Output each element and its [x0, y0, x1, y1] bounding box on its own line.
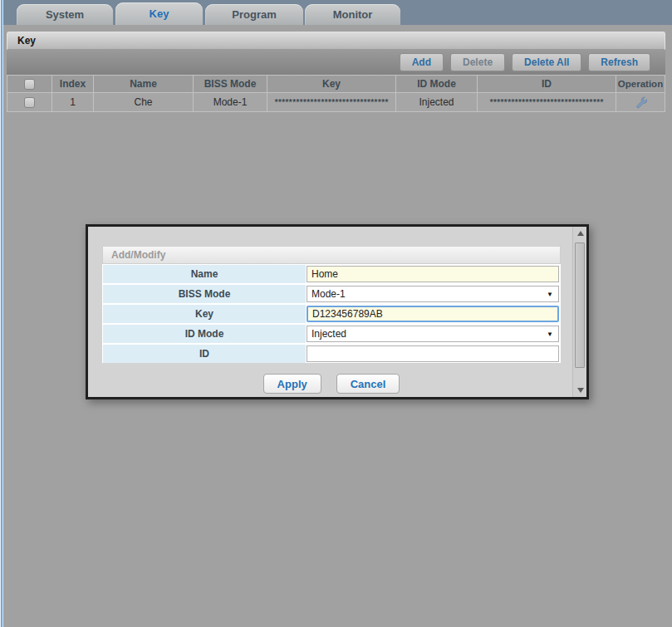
scroll-up-icon[interactable]: [573, 227, 587, 240]
dialog-form: Name BISS Mode Mode-1 ▼ Key: [102, 264, 561, 363]
row-name: Che: [94, 93, 194, 111]
header-operation: Operation: [616, 76, 665, 92]
form-row-id: ID: [103, 345, 560, 363]
id-mode-selected-value: Injected: [311, 328, 346, 340]
header-select-all-cell: [7, 76, 52, 92]
form-row-name: Name: [103, 265, 560, 283]
refresh-button[interactable]: Refresh: [588, 53, 650, 71]
header-id-mode: ID Mode: [396, 76, 478, 92]
key-table: Index Name BISS Mode Key ID Mode ID Oper…: [7, 75, 665, 112]
tab-system[interactable]: System: [17, 4, 113, 25]
header-biss-mode: BISS Mode: [194, 76, 267, 92]
biss-mode-selected-value: Mode-1: [311, 288, 346, 300]
form-row-biss-mode: BISS Mode Mode-1 ▼: [103, 285, 560, 303]
table-row: 1 Che Mode-1 ***************************…: [7, 93, 665, 111]
wrench-icon[interactable]: [634, 96, 647, 109]
tab-program[interactable]: Program: [205, 4, 303, 25]
row-id-mode: Injected: [396, 93, 478, 111]
toolbar: Add Delete Delete All Refresh: [7, 50, 665, 75]
row-index: 1: [52, 93, 94, 111]
scroll-down-icon[interactable]: [573, 384, 587, 397]
id-input[interactable]: [307, 345, 559, 362]
id-mode-label: ID Mode: [103, 325, 306, 343]
apply-button[interactable]: Apply: [263, 374, 321, 394]
row-biss-mode: Mode-1: [194, 93, 267, 111]
chevron-down-icon: ▼: [547, 331, 553, 338]
biss-mode-label: BISS Mode: [103, 285, 306, 303]
row-checkbox[interactable]: [24, 97, 35, 108]
row-id-masked: ********************************: [478, 93, 616, 111]
row-select-cell: [7, 93, 52, 111]
dialog-scrollbar[interactable]: [572, 227, 586, 397]
tab-bar: System Key Program Monitor: [0, 0, 672, 25]
dialog-button-row: Apply Cancel: [102, 374, 561, 394]
form-row-key: Key: [103, 305, 560, 323]
row-key-masked: ********************************: [267, 93, 396, 111]
header-index: Index: [52, 76, 94, 92]
name-label: Name: [103, 265, 306, 283]
key-input[interactable]: [307, 306, 559, 322]
tab-key[interactable]: Key: [115, 2, 203, 25]
header-key: Key: [267, 76, 396, 92]
row-operation-cell: [616, 93, 665, 111]
id-label: ID: [103, 345, 306, 363]
dialog-title: Add/Modify: [102, 246, 561, 264]
select-all-checkbox[interactable]: [24, 79, 35, 90]
header-name: Name: [94, 76, 194, 92]
cancel-button[interactable]: Cancel: [336, 374, 400, 394]
scrollbar-thumb[interactable]: [575, 242, 585, 368]
page-left-border: [0, 0, 3, 627]
add-modify-dialog: Add/Modify Name BISS Mode Mode-1 ▼ Key: [86, 224, 589, 399]
add-button[interactable]: Add: [400, 53, 444, 71]
delete-button[interactable]: Delete: [450, 53, 505, 71]
table-header-row: Index Name BISS Mode Key ID Mode ID Oper…: [7, 76, 665, 93]
id-mode-select[interactable]: Injected ▼: [307, 326, 559, 342]
key-label: Key: [103, 305, 306, 323]
tab-monitor[interactable]: Monitor: [305, 4, 400, 25]
chevron-down-icon: ▼: [547, 291, 553, 298]
name-input[interactable]: [307, 266, 559, 282]
form-row-id-mode: ID Mode Injected ▼: [103, 325, 560, 343]
biss-mode-select[interactable]: Mode-1 ▼: [307, 286, 559, 302]
panel-title: Key: [7, 32, 665, 50]
delete-all-button[interactable]: Delete All: [512, 53, 581, 71]
dialog-content: Add/Modify Name BISS Mode Mode-1 ▼ Key: [102, 246, 561, 365]
header-id: ID: [478, 76, 616, 92]
